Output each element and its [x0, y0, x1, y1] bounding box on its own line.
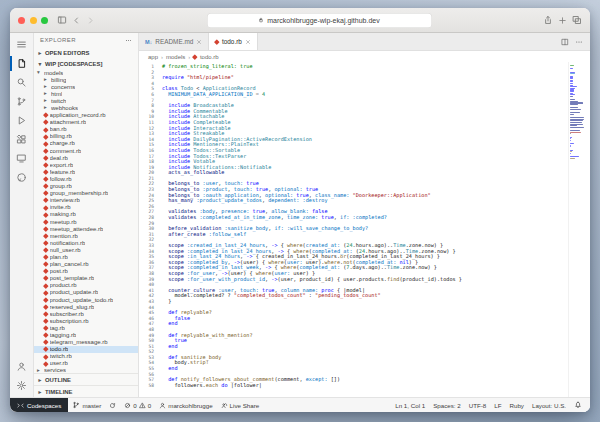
activity-github-button[interactable]: [10, 168, 33, 187]
tree-item-reserved-slug-rb[interactable]: reserved_slug.rb: [34, 303, 138, 310]
tree-item-deal-rb[interactable]: deal.rb: [34, 154, 138, 161]
tree-item-post-rb[interactable]: post.rb: [34, 268, 138, 275]
debug-icon: [16, 115, 27, 126]
status-language-mode[interactable]: Ruby: [505, 402, 527, 409]
activity-source-control-button[interactable]: [10, 92, 33, 111]
status-encoding[interactable]: UTF-8: [465, 402, 491, 409]
problems-status[interactable]: 0 0: [120, 402, 155, 409]
tree-item-tagging-rb[interactable]: tagging.rb: [34, 331, 138, 338]
tree-item-twitch-rb[interactable]: twitch.rb: [34, 353, 138, 360]
tree-item-concerns[interactable]: ▸concerns: [34, 83, 138, 90]
remote-indicator-button[interactable]: Codespaces: [10, 398, 68, 412]
activity-settings-button[interactable]: [10, 376, 33, 395]
tree-item-comment-rb[interactable]: comment.rb: [34, 147, 138, 154]
close-icon[interactable]: [196, 39, 202, 45]
tree-item-models[interactable]: ▾models: [34, 69, 138, 76]
tree-item-follow-rb[interactable]: follow.rb: [34, 175, 138, 182]
tree-item-ban-rb[interactable]: ban.rb: [34, 126, 138, 133]
open-editors-section[interactable]: ▸ OPEN EDITORS: [34, 47, 138, 58]
minimap-line: [570, 153, 571, 154]
tree-item-product-rb[interactable]: product.rb: [34, 282, 138, 289]
tree-item-charge-rb[interactable]: charge.rb: [34, 140, 138, 147]
editor-more-icon[interactable]: [575, 38, 583, 46]
status-cursor-position[interactable]: Ln 1, Col 1: [391, 402, 429, 409]
tree-item-product-update-todo-rb[interactable]: product_update_todo.rb: [34, 296, 138, 303]
tree-item-plan-rb[interactable]: plan.rb: [34, 253, 138, 260]
close-icon[interactable]: [245, 39, 251, 45]
ruby-file-icon: [43, 240, 48, 245]
forward-icon[interactable]: [86, 16, 95, 25]
workspace-section[interactable]: ▾ WIP [CODESPACES]: [34, 58, 138, 69]
tree-item-telegram-message-rb[interactable]: telegram_message.rb: [34, 339, 138, 346]
status-keyboard-layout[interactable]: Layout: U.S.: [528, 402, 570, 409]
new-tab-icon[interactable]: [558, 16, 567, 25]
tree-item-html[interactable]: ▸html: [34, 90, 138, 97]
tree-item-plan-cancel-rb[interactable]: plan_cancel.rb: [34, 261, 138, 268]
tree-item-todo-rb[interactable]: todo.rb: [34, 346, 138, 353]
tree-item-interview-rb[interactable]: interview.rb: [34, 197, 138, 204]
tab-todo-rb[interactable]: todo.rb: [209, 33, 258, 50]
tree-item-making-rb[interactable]: making.rb: [34, 211, 138, 218]
tree-item-webhooks[interactable]: ▸webhooks: [34, 104, 138, 111]
address-bar[interactable]: marckohlbrugge-wip-ekaj.github.dev: [207, 13, 432, 28]
tree-item-group-membership-rb[interactable]: group_membership.rb: [34, 190, 138, 197]
close-window-button[interactable]: [18, 17, 25, 24]
tree-item-subscriber-rb[interactable]: subscriber.rb: [34, 310, 138, 317]
timeline-section[interactable]: ▸ TIMELINE: [34, 385, 138, 397]
live-share-status[interactable]: Live Share: [217, 402, 264, 409]
tree-item-mention-rb[interactable]: mention.rb: [34, 232, 138, 239]
notifications-bell[interactable]: [570, 401, 586, 409]
status-indentation[interactable]: Spaces: 2: [429, 402, 465, 409]
chevron-right-icon: ▸: [44, 98, 49, 104]
tree-item-meetup-rb[interactable]: meetup.rb: [34, 218, 138, 225]
views-more-icon[interactable]: [125, 37, 132, 44]
minimap-line: [570, 104, 578, 105]
activity-extensions-button[interactable]: [10, 130, 33, 149]
tree-item-attachment-rb[interactable]: attachment.rb: [34, 119, 138, 126]
status-eol[interactable]: LF: [490, 402, 505, 409]
sidebar-toggle-icon[interactable]: [57, 15, 67, 25]
tab-overview-icon[interactable]: [572, 15, 582, 25]
tree-item-subscription-rb[interactable]: subscription.rb: [34, 317, 138, 324]
sync-status[interactable]: [105, 402, 120, 409]
tree-item-twitch[interactable]: ▸twitch: [34, 97, 138, 104]
tree-item-label: concerns: [51, 84, 75, 90]
tree-item-application-record-rb[interactable]: application_record.rb: [34, 112, 138, 119]
account-status[interactable]: marckohlbrugge: [155, 402, 216, 409]
tree-item-post-template-rb[interactable]: post_template.rb: [34, 275, 138, 282]
editor[interactable]: 1234567891011121314151617181920212223242…: [139, 62, 590, 397]
chevron-right-icon: ▸: [37, 50, 43, 56]
activity-menu-button[interactable]: [10, 35, 33, 54]
branch-status[interactable]: master: [68, 401, 105, 409]
tree-item-tag-rb[interactable]: tag.rb: [34, 324, 138, 331]
activity-search-button[interactable]: [10, 73, 33, 92]
breadcrumb-item-models[interactable]: models: [166, 54, 185, 60]
activity-run-debug-button[interactable]: [10, 111, 33, 130]
tree-item-billing-rb[interactable]: billing.rb: [34, 133, 138, 140]
activity-explorer-button[interactable]: [10, 54, 33, 73]
tree-item-user-rb[interactable]: user.rb: [34, 360, 138, 367]
activity-account-button[interactable]: [10, 357, 33, 376]
tree-item-product-update-rb[interactable]: product_update.rb: [34, 289, 138, 296]
breadcrumb-item-app[interactable]: app: [148, 54, 158, 60]
split-editor-icon[interactable]: [561, 38, 569, 46]
tree-item-export-rb[interactable]: export.rb: [34, 161, 138, 168]
zoom-window-button[interactable]: [41, 17, 48, 24]
outline-section[interactable]: ▸ OUTLINE: [34, 373, 138, 385]
tree-item-feature-rb[interactable]: feature.rb: [34, 168, 138, 175]
tree-item-invite-rb[interactable]: invite.rb: [34, 204, 138, 211]
tree-item-meetup-attendee-rb[interactable]: meetup_attendee.rb: [34, 225, 138, 232]
minimize-window-button[interactable]: [30, 17, 37, 24]
tree-item-group-rb[interactable]: group.rb: [34, 183, 138, 190]
code-area[interactable]: # frozen_string_literal: true require "h…: [157, 62, 568, 397]
minimap[interactable]: [568, 62, 590, 397]
tree-item-notification-rb[interactable]: notification.rb: [34, 239, 138, 246]
back-icon[interactable]: [72, 16, 81, 25]
share-icon[interactable]: [543, 15, 553, 25]
tree-item-null-user-rb[interactable]: null_user.rb: [34, 246, 138, 253]
person-icon: [159, 402, 166, 409]
tree-item-billing[interactable]: ▸billing: [34, 76, 138, 83]
tab-readme-md[interactable]: M↓README.md: [139, 33, 209, 50]
breadcrumb-item-todo-rb[interactable]: todo.rb: [200, 54, 219, 60]
activity-remote-explorer-button[interactable]: [10, 149, 33, 168]
